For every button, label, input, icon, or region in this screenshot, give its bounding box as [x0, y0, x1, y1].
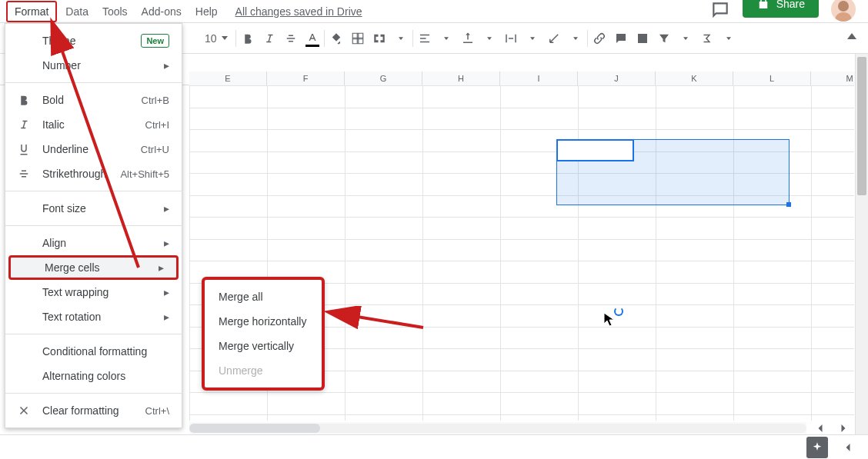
filter-dropdown[interactable] — [676, 28, 696, 48]
menu-font-size[interactable]: Font size ▸ — [5, 196, 182, 221]
functions-button[interactable] — [697, 28, 717, 48]
menu-shortcut: Ctrl+I — [145, 119, 169, 131]
borders-button[interactable] — [348, 28, 368, 48]
menu-label: Text wrapping — [42, 286, 153, 298]
bold-icon — [16, 93, 32, 107]
explore-button[interactable] — [806, 437, 828, 458]
submenu-arrow-icon: ▸ — [164, 59, 169, 72]
fill-color-button[interactable] — [326, 28, 346, 48]
italic-button[interactable] — [259, 28, 279, 48]
scroll-right-icon[interactable] — [840, 421, 847, 435]
col-header[interactable]: E — [189, 72, 267, 85]
menu-label: Clear formatting — [42, 404, 135, 417]
menu-text-rotation[interactable]: Text rotation ▸ — [5, 304, 182, 329]
vertical-scrollbar[interactable] — [855, 54, 868, 434]
scroll-left-icon[interactable] — [816, 421, 824, 435]
menu-divider — [5, 334, 182, 334]
menu-underline[interactable]: Underline Ctrl+U — [5, 137, 182, 161]
share-button[interactable]: Share — [743, 0, 819, 18]
rotate-dropdown[interactable] — [566, 28, 586, 48]
col-header[interactable]: J — [578, 72, 656, 85]
menu-theme[interactable]: Theme New — [5, 28, 182, 53]
bottom-bar — [0, 434, 868, 459]
menu-bold[interactable]: Bold Ctrl+B — [5, 88, 182, 112]
comments-icon[interactable] — [710, 0, 730, 23]
col-header[interactable]: G — [345, 72, 422, 85]
menu-label: Number — [42, 59, 153, 72]
comment-button[interactable] — [611, 28, 631, 48]
menu-alternating-colors[interactable]: Alternating colors — [5, 364, 182, 388]
font-size-select[interactable]: 10 — [199, 32, 234, 45]
menu-label: Font size — [42, 202, 153, 215]
side-panel-toggle[interactable] — [839, 438, 857, 457]
collapse-toolbar-button[interactable] — [843, 28, 860, 45]
selection-handle[interactable] — [786, 202, 791, 207]
menu-align[interactable]: Align ▸ — [5, 231, 182, 255]
menu-label: Theme — [42, 35, 130, 47]
submenu-arrow-icon: ▸ — [164, 202, 169, 215]
menu-tools[interactable]: Tools — [95, 2, 135, 21]
merge-submenu: Merge all Merge horizontally Merge verti… — [202, 277, 325, 391]
menu-label: Italic — [42, 118, 135, 131]
submenu-merge-all[interactable]: Merge all — [205, 284, 322, 309]
menu-shortcut: Ctrl+\ — [145, 405, 169, 417]
col-header[interactable]: K — [656, 72, 733, 85]
strike-icon — [16, 167, 32, 181]
menu-text-wrapping[interactable]: Text wrapping ▸ — [5, 280, 182, 304]
h-align-dropdown[interactable] — [436, 28, 456, 48]
horizontal-scrollbar[interactable] — [189, 422, 806, 434]
menu-format[interactable]: Format — [6, 1, 57, 22]
menu-italic[interactable]: Italic Ctrl+I — [5, 112, 182, 137]
new-badge: New — [141, 34, 169, 48]
rotate-button[interactable] — [544, 28, 564, 48]
menu-shortcut: Ctrl+B — [142, 95, 169, 106]
menu-addons[interactable]: Add-ons — [135, 2, 189, 21]
save-status[interactable]: All changes saved in Drive — [235, 5, 362, 18]
menu-data[interactable]: Data — [58, 2, 95, 21]
submenu-arrow-icon: ▸ — [164, 286, 169, 298]
v-align-button[interactable] — [458, 28, 478, 48]
active-cell — [556, 139, 634, 161]
menu-merge-cells[interactable]: Merge cells ▸ — [8, 255, 179, 280]
strike-button[interactable] — [281, 28, 301, 48]
text-color-button[interactable] — [302, 28, 322, 48]
submenu-merge-horizontally[interactable]: Merge horizontally — [205, 309, 322, 334]
underline-icon — [16, 142, 32, 156]
wrap-dropdown[interactable] — [522, 28, 542, 48]
col-header[interactable]: I — [500, 72, 578, 85]
menu-label: Merge cells — [45, 261, 148, 274]
functions-dropdown[interactable] — [719, 28, 739, 48]
menu-conditional-formatting[interactable]: Conditional formatting — [5, 339, 182, 364]
account-avatar[interactable] — [831, 0, 856, 22]
h-align-button[interactable] — [415, 28, 435, 48]
menu-clear-formatting[interactable]: Clear formatting Ctrl+\ — [5, 398, 182, 423]
submenu-unmerge: Unmerge — [205, 358, 322, 383]
col-header[interactable]: F — [267, 72, 345, 85]
col-header[interactable]: L — [733, 72, 811, 85]
link-button[interactable] — [589, 28, 609, 48]
menu-label: Conditional formatting — [42, 345, 169, 358]
menu-divider — [5, 393, 182, 394]
menu-help[interactable]: Help — [189, 2, 225, 21]
menu-number[interactable]: Number ▸ — [5, 53, 182, 78]
menu-label: Strikethrough — [42, 168, 109, 180]
menu-shortcut: Ctrl+U — [141, 144, 169, 155]
menu-shortcut: Alt+Shift+5 — [120, 168, 169, 180]
submenu-merge-vertically[interactable]: Merge vertically — [205, 334, 322, 358]
menu-strikethrough[interactable]: Strikethrough Alt+Shift+5 — [5, 161, 182, 186]
v-align-dropdown[interactable] — [479, 28, 499, 48]
col-header[interactable]: H — [422, 72, 500, 85]
menu-label: Underline — [42, 143, 130, 155]
merge-button[interactable] — [369, 28, 389, 48]
filter-button[interactable] — [654, 28, 674, 48]
submenu-arrow-icon: ▸ — [164, 237, 169, 249]
font-size-value: 10 — [205, 32, 217, 45]
chart-button[interactable] — [633, 28, 653, 48]
bold-button[interactable] — [238, 28, 258, 48]
menu-divider — [5, 191, 182, 191]
merge-dropdown-arrow[interactable] — [391, 28, 411, 48]
wrap-button[interactable] — [501, 28, 521, 48]
menu-divider — [5, 82, 182, 83]
menu-label: Align — [42, 237, 153, 249]
share-label: Share — [776, 0, 805, 18]
